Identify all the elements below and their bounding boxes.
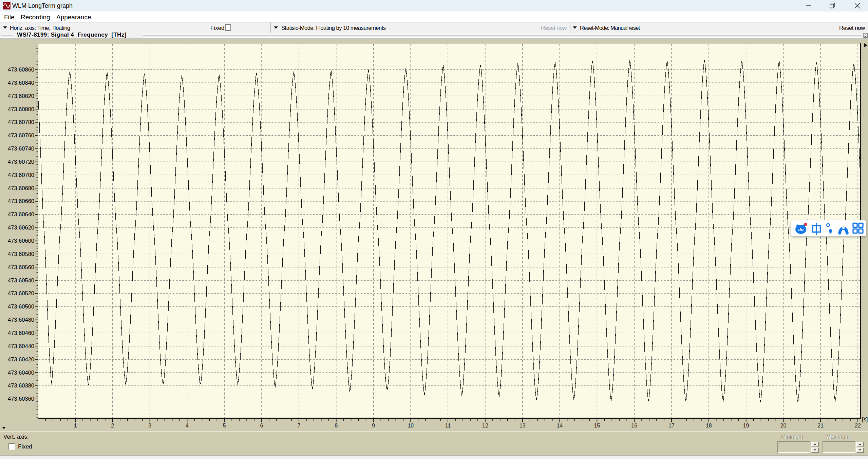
svg-text:4: 4	[186, 423, 189, 428]
svg-text:473.60660: 473.60660	[8, 198, 34, 204]
svg-text:473.60760: 473.60760	[8, 132, 34, 138]
svg-text:473.60680: 473.60680	[8, 185, 34, 191]
svg-text:473.60860: 473.60860	[8, 66, 34, 73]
svg-text:3: 3	[148, 423, 151, 428]
svg-text:15: 15	[594, 423, 600, 428]
svg-text:10: 10	[408, 423, 414, 428]
svg-text:473.60620: 473.60620	[8, 224, 34, 231]
svg-text:2: 2	[111, 423, 114, 428]
svg-text:473.60520: 473.60520	[8, 290, 34, 296]
svg-text:473.60700: 473.60700	[8, 172, 34, 178]
svg-text:473.60540: 473.60540	[8, 277, 34, 283]
svg-text:473.60440: 473.60440	[8, 343, 34, 349]
svg-text:du: du	[798, 227, 804, 232]
svg-text:473.60400: 473.60400	[8, 370, 34, 376]
svg-text:7: 7	[297, 423, 300, 428]
svg-text:473.60780: 473.60780	[8, 119, 34, 125]
svg-text:5: 5	[223, 423, 226, 428]
svg-text:14: 14	[557, 423, 563, 428]
svg-text:1: 1	[74, 423, 77, 428]
svg-text:473.60420: 473.60420	[8, 356, 34, 362]
svg-text:17: 17	[668, 423, 675, 428]
svg-text:11: 11	[445, 423, 451, 428]
svg-text:473.60840: 473.60840	[8, 80, 34, 86]
svg-text:21: 21	[817, 423, 824, 428]
svg-text:473.60360: 473.60360	[8, 396, 34, 402]
svg-text:473.60460: 473.60460	[8, 330, 34, 336]
svg-text:12: 12	[482, 423, 488, 428]
svg-text:473.60480: 473.60480	[8, 317, 34, 323]
svg-text:6: 6	[260, 423, 263, 428]
svg-text:13: 13	[520, 423, 526, 428]
svg-text:8: 8	[335, 423, 338, 428]
svg-text:473.60800: 473.60800	[8, 106, 34, 112]
svg-text:9: 9	[372, 423, 375, 428]
svg-text:473.60820: 473.60820	[8, 93, 34, 99]
svg-text:473.60600: 473.60600	[8, 238, 34, 244]
svg-text:473.60720: 473.60720	[8, 159, 34, 165]
svg-text:22: 22	[855, 423, 861, 428]
svg-text:18: 18	[706, 423, 712, 428]
svg-text:473.60640: 473.60640	[8, 211, 34, 217]
svg-text:[s]: [s]	[862, 416, 868, 422]
svg-text:16: 16	[631, 423, 637, 428]
svg-text:473.60500: 473.60500	[8, 303, 34, 310]
svg-text:473.60560: 473.60560	[8, 264, 34, 270]
svg-text:473.60740: 473.60740	[8, 145, 34, 152]
svg-text:20: 20	[780, 423, 787, 428]
svg-text:19: 19	[743, 423, 749, 428]
svg-text:473.60580: 473.60580	[8, 251, 34, 257]
svg-text:473.60380: 473.60380	[8, 382, 34, 388]
